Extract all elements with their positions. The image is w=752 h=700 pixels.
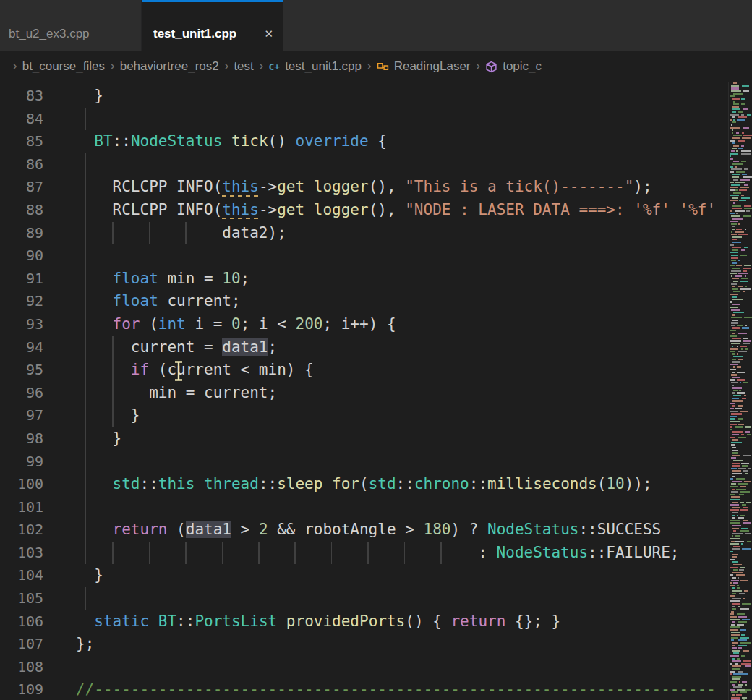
- indent-guide: [85, 473, 87, 496]
- code-line[interactable]: [46, 153, 752, 176]
- line-number: 98: [0, 427, 46, 451]
- close-icon[interactable]: ✕: [264, 27, 273, 40]
- line-number: 99: [0, 451, 46, 474]
- line-number: 108: [0, 656, 46, 679]
- line-number: 106: [0, 610, 46, 633]
- breadcrumb-item-behaviortree-ros2[interactable]: behaviortree_ros2: [120, 59, 219, 74]
- line-number: 104: [0, 564, 46, 587]
- code-line[interactable]: : NodeStatus::FAILURE;: [46, 542, 752, 565]
- tab-label: bt_u2_ex3.cpp: [9, 27, 90, 41]
- line-number: 96: [0, 382, 46, 405]
- breadcrumb-label: bt_course_files: [22, 59, 105, 74]
- line-number: 105: [0, 587, 46, 610]
- indent-guide: [112, 359, 114, 382]
- code-line[interactable]: data2);: [46, 222, 752, 245]
- code-line[interactable]: [46, 244, 752, 268]
- minimap-canvas: [729, 82, 752, 700]
- indent-guide: [85, 176, 87, 199]
- line-number: 102: [0, 518, 46, 542]
- line-number: 91: [0, 268, 46, 291]
- indent-guide: [367, 542, 369, 565]
- code-line[interactable]: return (data1 > 2 && robotAngle > 180) ?…: [46, 518, 752, 542]
- code-lines[interactable]: } BT::NodeStatus tick() override { RCLCP…: [46, 82, 752, 700]
- line-number: 95: [0, 359, 46, 382]
- line-number: 87: [0, 176, 46, 199]
- indent-guide: [185, 222, 187, 245]
- code-editor[interactable]: 8384858687888990919293949596979899100101…: [0, 82, 752, 700]
- code-line[interactable]: [46, 496, 752, 519]
- line-number: 83: [0, 85, 46, 108]
- indent-guide: [112, 382, 114, 405]
- minimap[interactable]: [728, 82, 752, 700]
- active-tab-indicator: [142, 0, 283, 2]
- line-number: 93: [0, 313, 46, 336]
- breadcrumb-item-readinglaser[interactable]: ReadingLaser: [377, 59, 471, 74]
- class-icon: [377, 61, 389, 73]
- indent-guide: [85, 496, 87, 519]
- code-line[interactable]: std::this_thread::sleep_for(std::chrono:…: [46, 473, 752, 496]
- tab-bt-u2-ex3[interactable]: bt_u2_ex3.cpp: [0, 0, 142, 51]
- code-line[interactable]: for (int i = 0; i < 200; i++) {: [46, 313, 752, 336]
- indent-guide: [85, 518, 87, 542]
- gutter: 8384858687888990919293949596979899100101…: [0, 82, 46, 700]
- line-number: 88: [0, 199, 46, 222]
- indent-guide: [331, 542, 333, 565]
- breadcrumb-item-test-unit1-cpp[interactable]: C+ test_unit1.cpp: [268, 59, 362, 74]
- indent-guide: [149, 542, 150, 565]
- breadcrumb-label: test: [234, 59, 253, 74]
- chevron-right-icon: ›: [219, 57, 234, 74]
- line-number: 92: [0, 290, 46, 313]
- breadcrumb-label: test_unit1.cpp: [285, 59, 362, 74]
- indent-guide: [85, 268, 87, 291]
- tab-bar: bt_u2_ex3.cpp test_unit1.cpp ✕: [0, 0, 752, 51]
- indent-guide: [149, 222, 150, 245]
- breadcrumb-label: ReadingLaser: [394, 59, 471, 74]
- tab-test-unit1[interactable]: test_unit1.cpp ✕: [142, 0, 283, 51]
- code-line[interactable]: }: [46, 404, 752, 427]
- code-line[interactable]: [46, 108, 752, 131]
- code-line[interactable]: }: [46, 427, 752, 451]
- line-number: 97: [0, 404, 46, 427]
- indent-guide: [85, 382, 87, 405]
- indent-guide: [258, 542, 260, 565]
- code-line[interactable]: [46, 587, 752, 610]
- code-line[interactable]: }: [46, 85, 752, 108]
- breadcrumb-item-test[interactable]: test: [234, 59, 253, 74]
- indent-guide: [222, 542, 223, 565]
- line-number: 86: [0, 153, 46, 176]
- breadcrumb-item-bt-course-files[interactable]: bt_course_files: [22, 59, 105, 74]
- code-line[interactable]: static BT::PortsList providedPorts() { r…: [46, 610, 752, 633]
- indent-guide: [112, 404, 114, 427]
- indent-guide: [85, 199, 87, 222]
- breadcrumb-item-topic[interactable]: topic_c: [485, 59, 542, 74]
- cpp-file-icon: C+: [268, 61, 280, 72]
- line-number: 109: [0, 678, 46, 700]
- chevron-right-icon: ›: [362, 57, 377, 74]
- chevron-right-icon: ›: [254, 57, 269, 74]
- code-line[interactable]: if (current < min) {: [46, 359, 752, 382]
- indent-guide: [85, 451, 87, 474]
- code-line[interactable]: float min = 10;: [46, 268, 752, 291]
- code-line[interactable]: float current;: [46, 290, 752, 313]
- indent-guide: [85, 359, 87, 382]
- code-line[interactable]: };: [46, 633, 752, 656]
- code-line[interactable]: RCLCPP_INFO(this->get_logger(), "NODE : …: [46, 199, 752, 222]
- code-line[interactable]: RCLCPP_INFO(this->get_logger(), "This is…: [46, 176, 752, 199]
- indent-guide: [185, 542, 187, 565]
- code-line[interactable]: //--------------------------------------…: [46, 678, 752, 700]
- indent-guide: [404, 542, 406, 565]
- code-line[interactable]: [46, 656, 752, 679]
- method-icon: [485, 61, 497, 73]
- indent-guide: [85, 336, 87, 359]
- code-line[interactable]: BT::NodeStatus tick() override {: [46, 130, 752, 153]
- breadcrumb: › bt_course_files › behaviortree_ros2 › …: [0, 51, 752, 82]
- indent-guide: [294, 542, 296, 565]
- code-line[interactable]: min = current;: [46, 382, 752, 405]
- line-number: 100: [0, 473, 46, 496]
- code-line[interactable]: }: [46, 564, 752, 587]
- indent-guide: [85, 153, 87, 176]
- code-line[interactable]: current = data1;: [46, 336, 752, 359]
- indent-guide: [85, 313, 87, 336]
- line-number: 89: [0, 222, 46, 245]
- code-line[interactable]: [46, 451, 752, 474]
